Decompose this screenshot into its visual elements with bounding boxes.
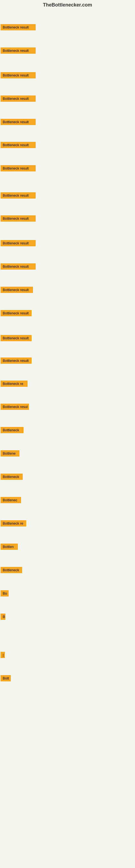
bottleneck-result-label: Bottleneck re — [1, 520, 26, 527]
list-item: Bottleneck result — [1, 264, 36, 271]
bottleneck-result-label: Bottlenec — [1, 497, 21, 503]
bottleneck-result-label: Bo — [1, 590, 9, 596]
bottleneck-result-label: Bottlen — [1, 544, 18, 550]
list-item: Bottleneck result — [1, 215, 36, 223]
bottleneck-result-label: Bottleneck result — [1, 240, 36, 246]
list-item: Bottleneck — [1, 427, 24, 434]
site-title: TheBottlenecker.com — [0, 0, 135, 9]
bottleneck-result-label: B — [1, 614, 5, 620]
list-item: Bottleneck result — [1, 48, 36, 55]
bottleneck-result-label: Bottleneck result — [1, 335, 32, 341]
bottleneck-result-label: Bottleneck result — [1, 287, 33, 293]
list-item: Bottlene — [1, 450, 19, 458]
bottleneck-container: Bottleneck resultBottleneck resultBottle… — [0, 9, 135, 868]
bottleneck-result-label: Bottleneck result — [1, 48, 36, 54]
bottleneck-result-label: Bottleneck result — [1, 95, 36, 102]
bottleneck-result-label: | — [1, 652, 5, 658]
list-item: Bottleneck — [1, 474, 23, 481]
list-item: | — [1, 652, 5, 659]
list-item: Bottleneck — [1, 567, 22, 574]
list-item: Bottleneck result — [1, 72, 36, 80]
bottleneck-result-label: Bottleneck result — [1, 215, 36, 222]
page-wrapper: TheBottlenecker.com Bottleneck resultBot… — [0, 0, 135, 868]
bottleneck-result-label: Bottleneck result — [1, 72, 36, 79]
bottleneck-result-label: Bottleneck resul — [1, 404, 29, 410]
bottleneck-result-label: Bott — [1, 675, 11, 681]
bottleneck-result-label: Bottleneck result — [1, 310, 32, 316]
list-item: Bottleneck result — [1, 192, 36, 199]
list-item: Bott — [1, 675, 11, 682]
bottleneck-result-label: Bottleneck re — [1, 380, 28, 387]
list-item: Bottleneck re — [1, 520, 26, 528]
list-item: Bottleneck result — [1, 335, 32, 342]
bottleneck-result-label: Bottleneck — [1, 427, 24, 433]
list-item: Bottleneck result — [1, 287, 33, 294]
list-item: Bottlen — [1, 544, 18, 551]
bottleneck-result-label: Bottleneck result — [1, 165, 36, 172]
list-item: Bottleneck result — [1, 165, 36, 173]
bottleneck-result-label: Bottlene — [1, 450, 19, 457]
list-item: Bottleneck result — [1, 240, 36, 247]
bottleneck-result-label: Bottleneck result — [1, 142, 36, 148]
bottleneck-result-label: Bottleneck — [1, 474, 23, 480]
list-item: Bottleneck result — [1, 24, 36, 31]
bottleneck-result-label: Bottleneck result — [1, 24, 36, 30]
bottleneck-result-label: Bottleneck — [1, 567, 22, 573]
bottleneck-result-label: Bottleneck result — [1, 192, 36, 198]
list-item: Bottleneck re — [1, 380, 28, 388]
list-item: Bottleneck result — [1, 142, 36, 149]
list-item: Bottleneck result — [1, 95, 36, 103]
bottleneck-result-label: Bottleneck result — [1, 119, 36, 125]
list-item: Bottlenec — [1, 497, 21, 504]
list-item: Bottleneck result — [1, 358, 32, 365]
list-item: Bottleneck result — [1, 310, 32, 317]
list-item: Bottleneck resul — [1, 404, 29, 411]
bottleneck-result-label: Bottleneck result — [1, 264, 36, 270]
list-item: Bo — [1, 590, 9, 597]
list-item: Bottleneck result — [1, 119, 36, 126]
list-item: B — [1, 614, 5, 621]
bottleneck-result-label: Bottleneck result — [1, 358, 32, 364]
